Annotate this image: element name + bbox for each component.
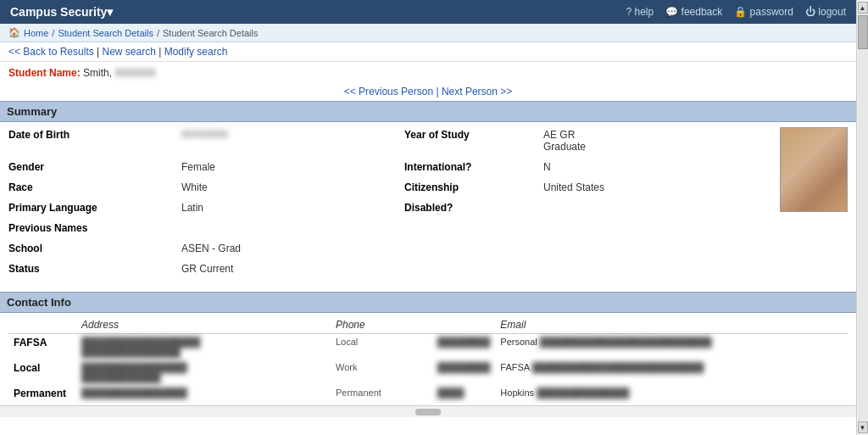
previous-names-value <box>181 220 401 236</box>
feedback-icon: 💬 <box>665 6 678 18</box>
home-link[interactable]: Home <box>24 28 48 38</box>
summary-section: Date of Birth 00/00/0000 Year of Study A… <box>0 122 856 282</box>
international-value: N <box>543 159 763 175</box>
contact-fafsa-email: FAFSA ██████████████████████████ <box>495 360 848 385</box>
dob-label: Date of Birth <box>8 127 178 154</box>
gender-value: Female <box>181 159 401 175</box>
breadcrumb: 🏠 Home / Student Search Details / Studen… <box>0 24 856 42</box>
logout-link[interactable]: ⏻ logout <box>805 6 846 18</box>
disabled-value <box>543 200 763 215</box>
dob-value: 00/00/0000 <box>181 127 401 154</box>
status-value: GR Current <box>181 261 401 276</box>
modify-search-link[interactable]: Modify search <box>164 46 228 58</box>
gender-label: Gender <box>8 159 178 175</box>
primary-language-label: Primary Language <box>8 200 178 215</box>
summary-section-header: Summary <box>0 101 856 122</box>
school-value: ASEN - Grad <box>181 241 401 256</box>
contact-personal-email: Personal ██████████████████████████ <box>495 334 848 360</box>
international-label: International? <box>404 159 540 175</box>
top-navigation: Campus Security▾ ? help 💬 feedback 🔒 pas… <box>0 0 856 24</box>
home-icon: 🏠 <box>8 27 20 38</box>
breadcrumb-link-1[interactable]: Student Search Details <box>58 28 153 38</box>
previous-names-label: Previous Names <box>8 220 178 236</box>
student-name-bar: Student Name: Smith, XXXXXX <box>0 62 856 84</box>
col-email-header: Email <box>495 316 848 334</box>
student-photo <box>780 127 848 212</box>
bottom-scroll-thumb[interactable] <box>415 409 441 415</box>
contact-permanent-phone: ████ <box>432 385 495 402</box>
main-content: Campus Security▾ ? help 💬 feedback 🔒 pas… <box>0 0 856 417</box>
contact-section: Address Phone Email FAFSA ██████████████… <box>0 313 856 405</box>
page-wrapper: Campus Security▾ ? help 💬 feedback 🔒 pas… <box>0 0 868 435</box>
col-name-header <box>8 316 76 334</box>
status-label: Status <box>8 261 178 276</box>
contact-table: Address Phone Email FAFSA ██████████████… <box>8 316 848 402</box>
race-value: White <box>181 180 401 195</box>
contact-local-phone-label: Local <box>331 334 432 360</box>
photo-placeholder <box>781 127 847 212</box>
contact-fafsa-address: █████████████████████████████████ <box>76 334 331 360</box>
contact-local-address: ████████████████████████████ <box>76 360 331 385</box>
bottom-scrollbar[interactable] <box>0 405 856 417</box>
contact-permanent-label: Permanent <box>8 385 76 402</box>
summary-grid: Date of Birth 00/00/0000 Year of Study A… <box>8 127 763 276</box>
year-of-study-label: Year of Study <box>404 127 540 154</box>
contact-work-phone: ████████ <box>432 360 495 385</box>
app-title[interactable]: Campus Security▾ <box>10 5 113 19</box>
next-person-link[interactable]: Next Person >> <box>442 86 512 98</box>
contact-fafsa-label: FAFSA <box>8 334 76 360</box>
school-label: School <box>8 241 178 256</box>
logout-icon: ⏻ <box>805 6 815 18</box>
prev-person-link[interactable]: << Previous Person <box>344 86 433 98</box>
breadcrumb-current: Student Search Details <box>163 28 259 38</box>
new-search-link[interactable]: New search <box>103 46 156 58</box>
student-name-label: Student Name: <box>8 67 81 79</box>
feedback-link[interactable]: 💬 feedback <box>665 6 722 18</box>
disabled-label: Disabled? <box>404 200 540 215</box>
scrollbar-thumb[interactable] <box>858 15 868 49</box>
help-link[interactable]: ? help <box>626 6 654 18</box>
contact-hopkins-email: Hopkins ██████████████ <box>495 385 848 402</box>
year-of-study-value: AE GRGraduate <box>543 127 763 154</box>
nav-links: ? help 💬 feedback 🔒 password ⏻ logout <box>626 6 847 18</box>
right-scrollbar[interactable]: ▲ ▼ <box>856 0 868 435</box>
contact-local-phone: ████████ <box>432 334 495 360</box>
scroll-down-button[interactable]: ▼ <box>858 421 868 433</box>
pagination-bar: << Previous Person | Next Person >> <box>0 84 856 99</box>
contact-row-fafsa: FAFSA █████████████████████████████████ … <box>8 334 848 360</box>
contact-row-permanent: Permanent ████████████████ Permanent ███… <box>8 385 848 402</box>
citizenship-value: United States <box>543 180 763 195</box>
contact-permanent-phone-label: Permanent <box>331 385 432 402</box>
citizenship-label: Citizenship <box>404 180 540 195</box>
contact-permanent-address: ████████████████ <box>76 385 331 402</box>
col-email-label-header <box>432 316 495 334</box>
primary-language-value: Latin <box>181 200 401 215</box>
contact-local-label: Local <box>8 360 76 385</box>
col-phone-header: Phone <box>331 316 432 334</box>
password-link[interactable]: 🔒 password <box>734 6 793 18</box>
help-icon: ? <box>626 6 632 18</box>
contact-work-phone-label: Work <box>331 360 432 385</box>
divider <box>0 282 856 290</box>
actions-bar: << Back to Results | New search | Modify… <box>0 42 856 62</box>
back-to-results-link[interactable]: << Back to Results <box>8 46 94 58</box>
race-label: Race <box>8 180 178 195</box>
scrollbar-track <box>858 14 868 421</box>
contact-section-header: Contact Info <box>0 292 856 313</box>
contact-row-local: Local ████████████████████████████ Work … <box>8 360 848 385</box>
scroll-up-button[interactable]: ▲ <box>858 2 868 14</box>
password-icon: 🔒 <box>734 6 747 18</box>
col-address-header: Address <box>76 316 331 334</box>
student-name-value: Smith, XXXXXX <box>83 67 155 79</box>
